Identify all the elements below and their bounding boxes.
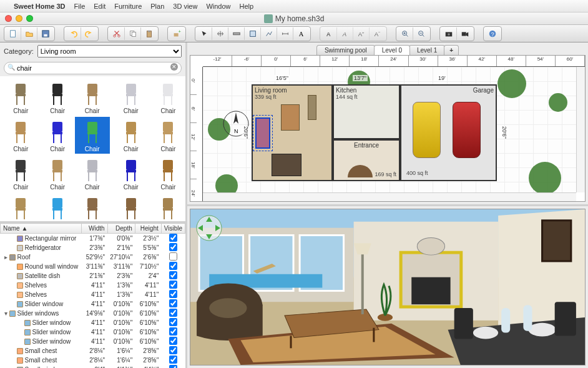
- visible-checkbox[interactable]: [169, 327, 177, 336]
- 3d-view[interactable]: [190, 209, 586, 366]
- zoom-icon[interactable]: [26, 15, 33, 22]
- catalog-item[interactable]: Oak chair: [152, 193, 184, 223]
- sofa-item[interactable]: [255, 117, 270, 149]
- tab-level-0[interactable]: Level 0: [374, 45, 410, 55]
- pan-tool[interactable]: [212, 27, 228, 40]
- visible-checkbox[interactable]: [169, 271, 177, 279]
- col-depth[interactable]: Depth: [107, 224, 135, 234]
- catalog-item[interactable]: Chair: [75, 79, 110, 116]
- paste-button[interactable]: [141, 27, 157, 40]
- 3d-nav-icon[interactable]: [195, 214, 223, 242]
- tree-icon[interactable]: [496, 68, 527, 99]
- search-input[interactable]: [4, 62, 182, 74]
- table-row[interactable]: Round wall window 3'11⅜"3'11⅜"7'10½": [1, 262, 185, 271]
- col-visible[interactable]: Visible: [161, 224, 185, 234]
- catalog-item[interactable]: Chair: [42, 155, 74, 192]
- table-row[interactable]: Shelves 4'11"1'3⅜"4'11": [1, 281, 185, 290]
- wall-tool[interactable]: [228, 27, 245, 40]
- catalog-item[interactable]: Lattice chair: [75, 193, 110, 223]
- help-button[interactable]: ?: [484, 27, 501, 40]
- catalog-item[interactable]: Chair: [111, 155, 151, 192]
- car-red[interactable]: [453, 102, 481, 158]
- plan-view[interactable]: -12'-6'0'6'12'18'24'30'36'42'48'54'60' 0…: [190, 55, 586, 202]
- table-row[interactable]: Small chest 2'8¼"1'6¼"2'8⅝": [1, 346, 185, 356]
- visible-checkbox[interactable]: [169, 262, 177, 270]
- dimension[interactable]: 16'5": [275, 75, 290, 81]
- table-row[interactable]: Refridgerator 2'3⅜"2'1⅝"5'5⅜": [1, 243, 185, 252]
- redo-button[interactable]: [81, 27, 97, 40]
- catalog-item[interactable]: Chair: [1, 155, 41, 192]
- catalog-item[interactable]: Child chair: [42, 193, 74, 223]
- scrollbar-horizontal[interactable]: [203, 192, 576, 201]
- visible-checkbox[interactable]: [169, 281, 177, 289]
- table-row[interactable]: ▾Slider windows 14'9⅛"0'10⅜"6'10⅝": [1, 309, 185, 318]
- add-furniture-button[interactable]: +: [169, 27, 185, 40]
- text-tool[interactable]: A: [293, 27, 310, 40]
- catalog-item[interactable]: Chair: [75, 117, 110, 154]
- menu-edit[interactable]: Edit: [94, 2, 105, 10]
- col-height[interactable]: Height: [135, 224, 161, 234]
- catalog-item[interactable]: Chair: [75, 155, 110, 192]
- table-row[interactable]: Shelves 4'11"1'3⅜"4'11": [1, 290, 185, 299]
- tab-add[interactable]: +: [444, 45, 459, 55]
- polyline-tool[interactable]: [261, 27, 277, 40]
- dimension-tool[interactable]: [277, 27, 293, 40]
- table-row[interactable]: Rectangular mirror 1'7⅜"0'0⅜"2'3½": [1, 234, 185, 244]
- visible-checkbox[interactable]: [169, 299, 177, 307]
- menu-furniture[interactable]: Furniture: [114, 2, 142, 10]
- room-living[interactable]: Living room 339 sq ft: [252, 84, 333, 181]
- menu-help[interactable]: Help: [240, 2, 254, 10]
- visible-checkbox[interactable]: [169, 346, 177, 354]
- cut-button[interactable]: [109, 27, 125, 40]
- furniture-list[interactable]: Name ▲ Width Depth Height Visible Rectan…: [0, 223, 185, 368]
- table-row[interactable]: ▸Roof 52'9½"27'10¼"2'6⅜": [1, 252, 185, 262]
- visible-checkbox[interactable]: [169, 234, 177, 242]
- catalog-item[interactable]: Chair: [152, 155, 184, 192]
- dimension[interactable]: 20'6": [500, 126, 509, 139]
- tab-level-1[interactable]: Level 1: [409, 45, 445, 55]
- dimension[interactable]: 19': [437, 75, 447, 81]
- table-row[interactable]: Small window 2'4"1'1⅜"4'4¾": [1, 365, 185, 368]
- visible-checkbox[interactable]: [169, 290, 177, 298]
- catalog-item[interactable]: Chair: [152, 117, 184, 154]
- tab-swimming-pool[interactable]: Swimming pool: [316, 45, 375, 55]
- visible-checkbox[interactable]: [169, 365, 177, 368]
- scrollbar-vertical[interactable]: [576, 67, 585, 192]
- undo-button[interactable]: [65, 27, 81, 40]
- menu-window[interactable]: Window: [206, 2, 230, 10]
- open-button[interactable]: [21, 27, 37, 40]
- visible-checkbox[interactable]: [169, 356, 177, 364]
- room-garage[interactable]: Garage 400 sq ft: [400, 84, 497, 181]
- menu-3dview[interactable]: 3D view: [173, 2, 197, 10]
- catalog-item[interactable]: Chair: [111, 79, 151, 116]
- visible-checkbox[interactable]: [169, 243, 177, 251]
- furniture-catalog[interactable]: Chair Chair Chair Chair Chair Chair Chai…: [0, 76, 185, 223]
- visible-checkbox[interactable]: [169, 309, 177, 317]
- app-menu[interactable]: Sweet Home 3D: [14, 2, 66, 10]
- minimize-icon[interactable]: [16, 15, 22, 22]
- menu-plan[interactable]: Plan: [150, 2, 164, 10]
- menu-file[interactable]: File: [74, 2, 86, 10]
- visible-checkbox[interactable]: [169, 252, 177, 261]
- dimension[interactable]: 20'6": [242, 126, 250, 139]
- catalog-item[interactable]: Chair: [111, 117, 151, 154]
- category-select[interactable]: Living room: [37, 45, 182, 57]
- catalog-item[interactable]: Chair: [152, 79, 184, 116]
- visible-checkbox[interactable]: [169, 318, 177, 326]
- room-kitchen[interactable]: Kitchen 144 sq ft: [333, 84, 400, 139]
- tree-icon[interactable]: [527, 161, 562, 196]
- catalog-item[interactable]: Modern arm...: [111, 193, 151, 223]
- catalog-item[interactable]: Chair: [42, 79, 74, 116]
- rug-item[interactable]: [281, 104, 300, 131]
- catalog-item[interactable]: Chair: [42, 117, 74, 154]
- shelves-item[interactable]: [308, 95, 316, 120]
- col-name[interactable]: Name ▲: [1, 224, 82, 234]
- table-row[interactable]: Satellite dish 2'1⅜"2'3⅜"2'4": [1, 271, 185, 281]
- room-entrance[interactable]: Entrance 169 sq ft: [333, 139, 400, 181]
- col-width[interactable]: Width: [81, 224, 107, 234]
- zoom-in-button[interactable]: [397, 27, 413, 40]
- stair-item[interactable]: [348, 165, 373, 177]
- close-icon[interactable]: [5, 15, 12, 22]
- photo-button[interactable]: [441, 27, 457, 40]
- new-button[interactable]: [5, 27, 21, 40]
